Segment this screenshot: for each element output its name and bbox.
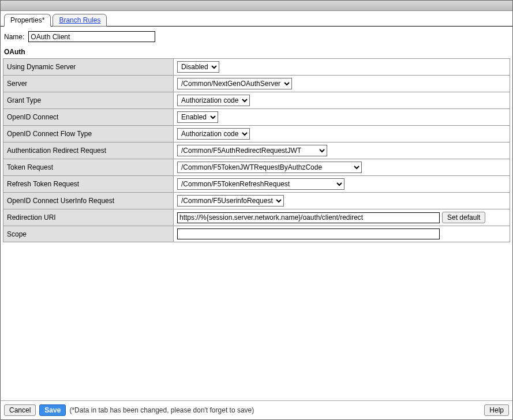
label-refresh-token-request: Refresh Token Request — [3, 176, 174, 193]
select-openid-connect[interactable]: Enabled — [177, 111, 218, 123]
label-using-dynamic-server: Using Dynamic Server — [3, 59, 174, 76]
help-button[interactable]: Help — [484, 404, 509, 416]
row-token-request: Token Request /Common/F5TokenJWTRequestB… — [3, 159, 510, 176]
set-default-button[interactable]: Set default — [442, 212, 485, 223]
select-refresh-token-request[interactable]: /Common/F5TokenRefreshRequest — [177, 178, 345, 190]
tabs-row: Properties* Branch Rules — [1, 11, 512, 27]
label-openid-connect: OpenID Connect — [3, 109, 174, 126]
select-token-request[interactable]: /Common/F5TokenJWTRequestByAuthzCode — [177, 162, 362, 173]
select-server[interactable]: /Common/NextGenOAuthServer — [177, 78, 292, 89]
save-button[interactable]: Save — [39, 404, 66, 416]
row-auth-redirect-request: Authentication Redirect Request /Common/… — [3, 142, 510, 159]
tab-branch-rules[interactable]: Branch Rules — [53, 14, 107, 27]
name-label: Name: — [4, 33, 24, 41]
tab-properties-label: Properties* — [10, 16, 44, 24]
row-openid-connect: OpenID Connect Enabled — [3, 109, 510, 126]
select-auth-redirect-request[interactable]: /Common/F5AuthRedirectRequestJWT — [177, 145, 327, 156]
select-openid-flow-type[interactable]: Authorization code — [177, 128, 250, 140]
tab-properties[interactable]: Properties* — [4, 14, 51, 27]
row-refresh-token-request: Refresh Token Request /Common/F5TokenRef… — [3, 176, 510, 193]
select-using-dynamic-server[interactable]: Disabled — [177, 61, 219, 73]
input-scope[interactable] — [177, 228, 440, 239]
label-scope: Scope — [3, 226, 174, 242]
label-token-request: Token Request — [3, 159, 174, 176]
select-openid-userinfo-request[interactable]: /Common/F5UserinfoRequest — [177, 195, 284, 207]
tab-branch-rules-label: Branch Rules — [59, 16, 100, 24]
row-openid-flow-type: OpenID Connect Flow Type Authorization c… — [3, 126, 510, 142]
input-redirection-uri[interactable] — [177, 212, 440, 223]
label-server: Server — [3, 76, 174, 92]
select-grant-type[interactable]: Authorization code — [177, 95, 250, 106]
name-row: Name: — [1, 27, 512, 46]
name-input[interactable] — [28, 31, 155, 42]
footer-note: (*Data in tab has been changed, please d… — [69, 406, 254, 414]
label-redirection-uri: Redirection URI — [3, 209, 174, 226]
label-auth-redirect-request: Authentication Redirect Request — [3, 142, 174, 159]
section-header-oauth: OAuth — [1, 46, 512, 58]
row-using-dynamic-server: Using Dynamic Server Disabled — [3, 59, 510, 76]
row-grant-type: Grant Type Authorization code — [3, 92, 510, 109]
label-grant-type: Grant Type — [3, 92, 174, 109]
label-openid-userinfo-request: OpenID Connect UserInfo Request — [3, 193, 174, 209]
row-scope: Scope — [3, 226, 510, 242]
window-titlebar — [1, 1, 512, 11]
oauth-form-table: Using Dynamic Server Disabled Server /Co… — [3, 58, 510, 242]
cancel-button[interactable]: Cancel — [4, 404, 36, 416]
row-openid-userinfo-request: OpenID Connect UserInfo Request /Common/… — [3, 193, 510, 209]
content-area: Properties* Branch Rules Name: OAuth Usi… — [1, 11, 512, 400]
row-server: Server /Common/NextGenOAuthServer — [3, 76, 510, 92]
label-openid-flow-type: OpenID Connect Flow Type — [3, 126, 174, 142]
row-redirection-uri: Redirection URI Set default — [3, 209, 510, 226]
footer-bar: Cancel Save (*Data in tab has been chang… — [1, 400, 512, 419]
